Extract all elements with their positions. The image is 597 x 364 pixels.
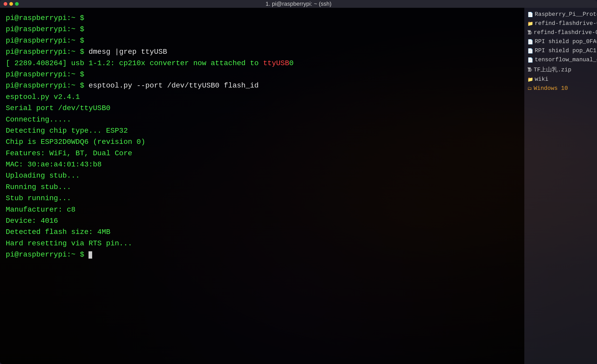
sidebar-item[interactable]: 🗜refind-flashdrive-0.11.2.zip	[524, 28, 597, 37]
traffic-lights	[4, 2, 19, 6]
terminal-line: Chip is ESP32D0WDQ6 (revision 0)	[6, 136, 519, 147]
window: 1. pi@raspberrypi: ~ (ssh) pi@raspberryp…	[0, 0, 597, 364]
file-icon: 📄	[527, 48, 533, 54]
titlebar: 1. pi@raspberrypi: ~ (ssh)	[0, 0, 597, 8]
prompt-text: pi@raspberrypi:~ $	[6, 14, 84, 22]
output-text: Serial port /dev/ttyUSB0	[6, 104, 110, 112]
window-title: 1. pi@raspberrypi: ~ (ssh)	[266, 1, 331, 7]
sidebar-item-label: RPI shield pop_0FAC1-1.A.16 gp...	[535, 38, 597, 45]
terminal-line: Connecting.....	[6, 114, 519, 125]
command-text	[84, 251, 89, 259]
terminal-line: esptool.py v2.4.1	[6, 91, 519, 103]
sidebar-item[interactable]: 📄RPI shield pop_0FAC1-1.A.16 gp...	[524, 37, 597, 46]
file-icon: 🗜	[527, 67, 532, 72]
terminal-line: MAC: 30:ae:a4:01:43:b8	[6, 159, 519, 170]
output-text: [ 2289.408264] usb 1-1.2: cp210x convert…	[6, 59, 263, 67]
sidebar-item-label: Windows 10	[534, 85, 568, 92]
sidebar-item[interactable]: 📁refind-flashdrive-0.11.2	[524, 19, 597, 28]
sidebar-item[interactable]: 📄Raspberry_Pi__Protector_rp	[524, 10, 597, 19]
terminal-line: Device: 4016	[6, 215, 519, 226]
file-icon: 🗂	[527, 86, 532, 91]
command-text: esptool.py --port /dev/ttyUSB0 flash_id	[84, 82, 259, 90]
prompt-text: pi@raspberrypi:~ $	[6, 251, 84, 259]
terminal-line: pi@raspberrypi:~ $ esptool.py --port /de…	[6, 80, 519, 91]
output-text: MAC: 30:ae:a4:01:43:b8	[6, 160, 102, 168]
terminal-line: Running stub...	[6, 181, 519, 193]
sidebar: 📄Raspberry_Pi__Protector_rp📁refind-flash…	[524, 8, 597, 364]
prompt-text: pi@raspberrypi:~ $	[6, 70, 84, 78]
output-text: Connecting.....	[6, 116, 71, 124]
terminal-line: Stub running...	[6, 193, 519, 204]
sidebar-item[interactable]: 🗜TF上山乳.zip	[524, 64, 597, 75]
sidebar-item-label: RPI shield pop_AC1-1.A.16 gp...	[535, 48, 597, 54]
output-text: Features: WiFi, BT, Dual Core	[6, 149, 132, 157]
cursor	[89, 251, 92, 259]
minimize-button[interactable]	[9, 2, 13, 6]
terminal-line: [ 2289.408264] usb 1-1.2: cp210x convert…	[6, 58, 519, 69]
sidebar-item-label: wiki	[535, 76, 548, 83]
file-icon: 📄	[527, 57, 533, 63]
terminal-line: Uploading stub...	[6, 170, 519, 181]
terminal-line: Detecting chip type... ESP32	[6, 125, 519, 136]
tty-highlight: ttyUSB	[263, 59, 289, 67]
maximize-button[interactable]	[15, 2, 19, 6]
file-icon: 📄	[527, 39, 533, 45]
terminal-line: Manufacturer: c8	[6, 204, 519, 215]
output-text: Running stub...	[6, 183, 71, 191]
prompt-text: pi@raspberrypi:~ $	[6, 82, 84, 90]
terminal-line: Serial port /dev/ttyUSB0	[6, 103, 519, 114]
sidebar-item-label: refind-flashdrive-0.11.2.zip	[534, 29, 597, 36]
prompt-text: pi@raspberrypi:~ $	[6, 37, 84, 45]
sidebar-item[interactable]: 🗂Windows 10	[524, 84, 597, 93]
file-icon: 📁	[527, 77, 533, 82]
sidebar-item-label: Raspberry_Pi__Protector_rp	[535, 11, 597, 18]
terminal: pi@raspberrypi:~ $pi@raspberrypi:~ $pi@r…	[0, 8, 524, 364]
file-icon: 📄	[527, 12, 533, 17]
output-text: Uploading stub...	[6, 172, 80, 180]
output-text: esptool.py v2.4.1	[6, 93, 80, 101]
file-icon: 🗜	[527, 30, 532, 35]
output-text: 0	[289, 59, 294, 67]
terminal-line: pi@raspberrypi:~ $	[6, 69, 519, 80]
sidebar-item-label: TF上山乳.zip	[534, 66, 571, 73]
sidebar-item[interactable]: 📁wiki	[524, 75, 597, 84]
sidebar-item-label: refind-flashdrive-0.11.2	[535, 20, 597, 27]
close-button[interactable]	[4, 2, 7, 6]
terminal-line: pi@raspberrypi:~ $	[6, 24, 519, 35]
sidebar-item-label: tensorflow_manual_cn.pdf	[535, 57, 597, 63]
file-icon: 📁	[527, 21, 533, 26]
prompt-text: pi@raspberrypi:~ $	[6, 48, 84, 56]
command-text: dmesg |grep ttyUSB	[84, 48, 167, 56]
output-text: Manufacturer: c8	[6, 206, 76, 214]
terminal-line: pi@raspberrypi:~ $ dmesg |grep ttyUSB	[6, 46, 519, 57]
terminal-line: pi@raspberrypi:~ $	[6, 249, 519, 260]
output-text: Hard resetting via RTS pin...	[6, 239, 132, 247]
terminal-line: Detected flash size: 4MB	[6, 226, 519, 238]
output-text: Detecting chip type... ESP32	[6, 127, 128, 135]
output-text: Detected flash size: 4MB	[6, 228, 110, 236]
output-text: Device: 4016	[6, 217, 58, 225]
terminal-line: Hard resetting via RTS pin...	[6, 238, 519, 249]
prompt-text: pi@raspberrypi:~ $	[6, 25, 84, 33]
sidebar-item[interactable]: 📄tensorflow_manual_cn.pdf	[524, 55, 597, 64]
output-text: Stub running...	[6, 194, 71, 202]
sidebar-item[interactable]: 📄RPI shield pop_AC1-1.A.16 gp...	[524, 46, 597, 55]
terminal-line: pi@raspberrypi:~ $	[6, 35, 519, 46]
terminal-line: pi@raspberrypi:~ $	[6, 12, 519, 24]
terminal-line: Features: WiFi, BT, Dual Core	[6, 148, 519, 159]
output-text: Chip is ESP32D0WDQ6 (revision 0)	[6, 138, 145, 146]
